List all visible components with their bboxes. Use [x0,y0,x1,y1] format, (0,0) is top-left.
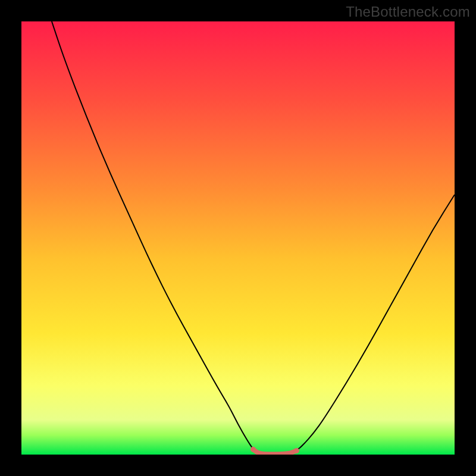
minimum-highlight-end-dot [294,448,299,453]
chart-frame: TheBottleneck.com [0,0,476,476]
plot-area [21,21,455,455]
gradient-background [21,21,455,455]
minimum-highlight-start-dot [250,447,256,452]
plot-svg [21,21,455,455]
watermark-text: TheBottleneck.com [346,4,470,20]
